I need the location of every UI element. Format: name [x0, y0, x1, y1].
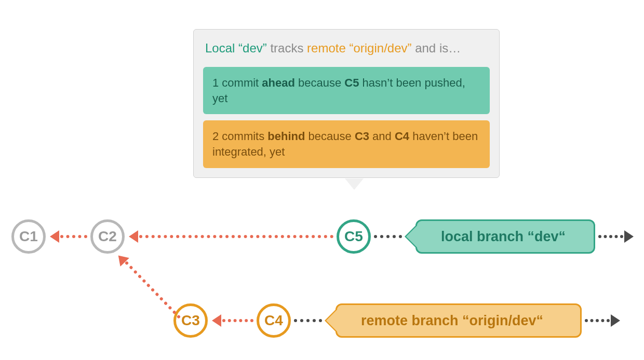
dots-c5-to-chip: [374, 235, 402, 238]
behind-pill: 2 commits behind because C3 and C4 haven…: [203, 120, 490, 168]
commit-node-c3: C3: [173, 303, 208, 338]
arrow-remote-future: [611, 314, 620, 327]
title-remote: remote “origin/dev”: [307, 41, 411, 55]
arrow-local-future: [624, 230, 634, 243]
behind-prefix: 2 commits: [212, 130, 267, 143]
ahead-prefix: 1 commit: [212, 76, 262, 89]
dots-c3-to-c2: [125, 261, 181, 319]
branch-chip-remote: remote branch “origin/dev“: [336, 303, 582, 338]
title-tracks: tracks: [267, 41, 307, 55]
behind-c4: C4: [395, 130, 409, 143]
dots-c4-to-c3: [222, 319, 253, 322]
ahead-commit: C5: [344, 76, 359, 89]
behind-word: behind: [267, 130, 305, 143]
arrow-c5-to-c2: [129, 230, 138, 243]
branch-label-remote: remote branch “origin/dev“: [361, 313, 543, 329]
behind-and: and: [369, 130, 395, 143]
title-local: Local “dev”: [205, 41, 267, 55]
ahead-word: ahead: [262, 76, 295, 89]
commit-node-c1: C1: [11, 219, 46, 254]
behind-mid1: because: [305, 130, 354, 143]
commit-node-c4: C4: [257, 303, 291, 338]
dots-c2-to-c1: [60, 235, 87, 238]
arrow-c2-to-c1: [50, 230, 59, 243]
dots-c5-to-c2: [139, 235, 333, 238]
behind-c3: C3: [355, 130, 369, 143]
branch-chip-local: local branch “dev“: [415, 219, 595, 254]
commit-node-c2: C2: [90, 219, 125, 254]
arrow-c4-to-c3: [212, 314, 221, 327]
callout-title: Local “dev” tracks remote “origin/dev” a…: [205, 41, 488, 56]
diagram-stage: Local “dev” tracks remote “origin/dev” a…: [0, 0, 644, 360]
callout-tail: [345, 178, 364, 190]
title-tail: and is…: [412, 41, 461, 55]
dots-c4-to-chip: [294, 319, 322, 322]
ahead-pill: 1 commit ahead because C5 hasn’t been pu…: [203, 67, 490, 114]
branch-label-local: local branch “dev“: [441, 229, 566, 245]
commit-node-c5: C5: [337, 219, 371, 254]
ahead-mid: because: [295, 76, 344, 89]
tracking-callout: Local “dev” tracks remote “origin/dev” a…: [193, 29, 500, 178]
dots-remote-future: [585, 319, 610, 322]
dots-local-future: [598, 235, 623, 238]
